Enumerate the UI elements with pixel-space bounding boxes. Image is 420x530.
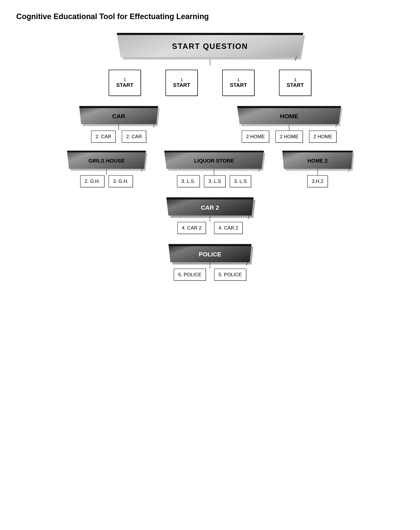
car-card-1[interactable]: 2. CAR: [91, 131, 116, 143]
level2-banners-row: CAR 2. CAR 2. CAR HOME 2 HOME: [17, 106, 403, 143]
home2-banner: HOME 2 /: [282, 151, 353, 169]
girls-house-banner: GIRLS HOUSE /: [67, 151, 146, 169]
home-banner-label: HOME: [280, 113, 298, 120]
ls-v-line: [214, 169, 214, 175]
police-card-2[interactable]: 5. POLICE: [214, 268, 246, 281]
start-card-3[interactable]: 1 START: [222, 70, 255, 96]
police-section: POLICE / 5. POLICE 5. POLICE: [169, 244, 251, 281]
police-v-line: [210, 263, 210, 268]
home-card-3-label: 2 HOME: [314, 134, 332, 139]
home-card-2[interactable]: 2 HOME: [275, 131, 303, 143]
car-banner: CAR: [79, 106, 158, 124]
car-card-2[interactable]: 2. CAR: [122, 131, 146, 143]
police-cards-row: 5. POLICE 5. POLICE: [174, 268, 246, 281]
car2-card-1-label: 4. CAR 2: [182, 225, 202, 231]
ls-card-2-label: 3. L.S: [208, 178, 221, 184]
liquor-store-group: LIQUOR STORE / 3. L.S. 3. L.S 3. L.S: [165, 151, 263, 187]
car2-card-2-label: 4. CAR 2: [218, 225, 238, 231]
start-card-2[interactable]: 1 START: [165, 70, 198, 96]
gh-card-1[interactable]: 2. G.H.: [80, 175, 104, 187]
home-card-3[interactable]: 2 HOME: [309, 131, 337, 143]
home-group: HOME 2 HOME 2 HOME 2 HOME: [238, 106, 340, 143]
car2-banner-label: CAR 2: [201, 204, 219, 211]
home-card-1-label: 2 HOME: [246, 134, 265, 139]
v-connector-1: [210, 59, 210, 66]
card-4-label: START: [287, 82, 304, 88]
girls-house-slash: /: [141, 168, 143, 173]
home-card-1[interactable]: 2 HOME: [242, 131, 269, 143]
card-2-label: START: [173, 82, 190, 88]
ls-card-2[interactable]: 3. L.S: [204, 175, 226, 187]
police-card-2-label: 5. POLICE: [218, 272, 242, 277]
home-banner: HOME: [237, 106, 341, 124]
liquor-store-banner: LIQUOR STORE /: [164, 151, 264, 169]
gh-cards-row: 2. G.H. 3. G.H.: [80, 175, 133, 187]
police-banner-label: POLICE: [199, 251, 221, 258]
start-cards-row: 1 START 1 START 1 START 1 START: [109, 70, 311, 96]
diagram: START QUESTION 1 START 1 START 1 START 1…: [16, 33, 404, 281]
girls-house-group: GIRLS HOUSE / 2. G.H. 3. G.H.: [68, 151, 145, 187]
car2-card-2[interactable]: 4. CAR 2: [214, 222, 243, 234]
ls-card-1-label: 3. L.S.: [181, 178, 195, 184]
card-1-label: START: [116, 82, 133, 88]
gh-card-2[interactable]: 3. G.H.: [109, 175, 133, 187]
start-card-4[interactable]: 1 START: [279, 70, 311, 96]
girls-house-label: GIRLS HOUSE: [88, 158, 125, 164]
car-cards-row: 2. CAR 2. CAR: [91, 131, 146, 143]
police-card-1-label: 5. POLICE: [178, 272, 202, 277]
page-title: Cognitive Educational Tool for Effectuat…: [16, 12, 404, 21]
card-2-num: 1: [180, 77, 183, 82]
police-banner: POLICE /: [168, 244, 252, 262]
gh-card-1-label: 2. G.H.: [85, 178, 100, 184]
police-card-1[interactable]: 5. POLICE: [174, 268, 206, 281]
home-v-line: [289, 124, 289, 131]
gh-card-2-label: 3. G.H.: [113, 178, 129, 184]
car2-card-1[interactable]: 4. CAR 2: [177, 222, 206, 234]
car2-cards-row: 4. CAR 2 4. CAR 2: [177, 222, 243, 234]
home2-slash: /: [348, 168, 350, 173]
start-card-1[interactable]: 1 START: [109, 70, 141, 96]
car2-section: CAR 2 / 4. CAR 2 4. CAR 2: [167, 197, 253, 234]
car2-banner: CAR 2 /: [166, 197, 254, 216]
liquor-store-label: LIQUOR STORE: [194, 158, 234, 164]
ls-card-1[interactable]: 3. L.S.: [177, 175, 200, 187]
start-banner-label: START QUESTION: [172, 42, 248, 51]
ls-cards-row: 3. L.S. 3. L.S 3. L.S: [177, 175, 251, 187]
gh-v-line: [106, 169, 107, 175]
card-1-num: 1: [124, 77, 126, 82]
car2-v-line: [210, 216, 210, 222]
car2-slash: /: [248, 215, 250, 220]
home2-label: HOME 2: [307, 158, 328, 164]
car-v-line: [118, 124, 119, 131]
police-slash: /: [246, 262, 248, 267]
home2-group: HOME 2 / 3.H.2: [283, 151, 352, 187]
ls-card-3[interactable]: 3. L.S: [230, 175, 251, 187]
car-banner-label: CAR: [112, 113, 125, 120]
start-banner: START QUESTION: [117, 33, 303, 57]
liquor-slash: /: [258, 168, 260, 173]
start-question-section: START QUESTION: [119, 33, 301, 58]
card-4-num: 1: [294, 77, 296, 82]
h2-card-1-label: 3.H.2: [312, 178, 323, 184]
ls-card-3-label: 3. L.S: [234, 178, 247, 184]
h2-v-line: [317, 169, 318, 175]
car-card-1-label: 2. CAR: [96, 134, 111, 139]
car-group: CAR 2. CAR 2. CAR: [80, 106, 157, 143]
home-cards-row: 2 HOME 2 HOME 2 HOME: [242, 131, 337, 143]
h2-card-1[interactable]: 3.H.2: [307, 175, 328, 187]
card-3-label: START: [230, 82, 247, 88]
card-3-num: 1: [237, 77, 240, 82]
h2-cards-row: 3.H.2: [307, 175, 328, 187]
car-card-2-label: 2. CAR: [126, 134, 142, 139]
level3-banners-row: GIRLS HOUSE / 2. G.H. 3. G.H. LIQUOR STO…: [17, 151, 403, 187]
home-card-2-label: 2 HOME: [280, 134, 298, 139]
